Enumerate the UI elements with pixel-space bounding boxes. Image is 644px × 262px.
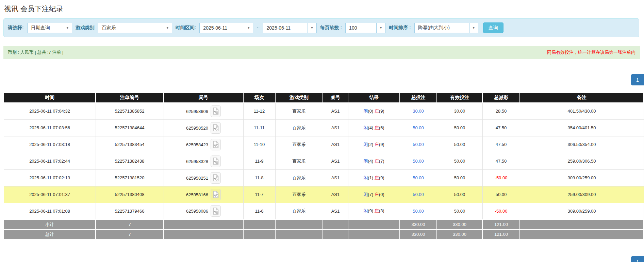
column-header: 备注 — [520, 93, 644, 103]
cell-table-id: AS1 — [323, 169, 348, 186]
video-file-icon[interactable] — [211, 189, 221, 200]
cell-game-type: 百家乐 — [275, 153, 323, 169]
video-file-icon[interactable] — [211, 205, 221, 217]
column-header: 总派彩 — [482, 93, 520, 103]
table-row: 2025-06-11 07:02:44522571382438625958328… — [4, 153, 644, 169]
result-banker-label: 庄 — [375, 109, 379, 114]
round-id-text: 625958166 — [186, 192, 208, 197]
cell-remark: 259.00/306.50 — [520, 153, 644, 169]
total-row-payout: 121.00 — [482, 229, 520, 239]
page-size-label: 每页笔数 : — [320, 25, 342, 31]
result-player-score: (2) — [368, 142, 373, 147]
pagination-page-button[interactable]: 1 — [631, 256, 644, 262]
cell-bet-id: 522571380408 — [96, 186, 164, 203]
result-banker-label: 庄 — [375, 208, 379, 213]
cell-payout: 47.50 — [482, 136, 520, 153]
cell-payout: -50.00 — [482, 169, 520, 186]
cell-table-id: AS1 — [323, 186, 348, 203]
cell-round-id: 625958423 — [164, 136, 243, 153]
cell-session: 11-6 — [243, 203, 275, 219]
round-id-text: 625958086 — [186, 209, 208, 214]
video-file-icon[interactable] — [211, 105, 221, 117]
date-to-select[interactable]: 2025-06-11 ▾ — [263, 23, 317, 33]
cell-time: 2025-06-11 07:02:44 — [4, 153, 96, 169]
result-player-score: (7) — [368, 192, 373, 197]
total-row-empty-cell — [520, 229, 644, 239]
total-row-empty-cell — [348, 229, 400, 239]
video-file-icon[interactable] — [211, 122, 221, 134]
range-separator: ~ — [257, 25, 259, 31]
total-bet-link[interactable]: 50.00 — [413, 142, 424, 147]
total-bet-link[interactable]: 30.00 — [413, 109, 424, 114]
subtotal-row-empty-cell — [520, 219, 644, 229]
cell-result: 闲(0) 庄(9) — [348, 103, 400, 119]
cell-valid-bet: 50.00 — [437, 203, 482, 219]
round-id-text: 625958606 — [186, 109, 208, 114]
cell-round-id: 625958328 — [164, 153, 243, 169]
cell-total-bet: 50.00 — [400, 119, 437, 136]
total-bet-link[interactable]: 50.00 — [413, 192, 424, 197]
column-header: 游戏类别 — [275, 93, 323, 103]
cell-remark: 309.00/259.00 — [520, 169, 644, 186]
cell-valid-bet: 50.00 — [437, 169, 482, 186]
sort-select[interactable]: 降幂(由大到小) ▾ — [414, 23, 478, 33]
cell-time: 2025-06-11 07:03:18 — [4, 136, 96, 153]
round-id-text: 625958251 — [186, 175, 208, 180]
summary-bar: 币别 : 人民币 | 总共 :7 注单 | 同局有效投注，统一计算在该局第一张注… — [3, 46, 640, 59]
video-file-icon[interactable] — [211, 139, 221, 150]
cell-total-bet: 50.00 — [400, 203, 437, 219]
total-bet-link[interactable]: 50.00 — [413, 159, 424, 164]
search-button[interactable]: 查询 — [483, 22, 503, 33]
cell-total-bet: 50.00 — [400, 136, 437, 153]
cell-game-type: 百家乐 — [275, 169, 323, 186]
cell-valid-bet: 50.00 — [437, 119, 482, 136]
game-type-label: 游戏类别 — [76, 25, 95, 31]
cell-payout: -50.00 — [482, 203, 520, 219]
query-type-select[interactable]: 日期查询 ▾ — [27, 23, 72, 33]
cell-result: 闲(4) 庄(7) — [348, 153, 400, 169]
cell-table-id: AS1 — [323, 153, 348, 169]
cell-session: 11-7 — [243, 186, 275, 203]
filter-panel: 请选择: 日期查询 ▾ 游戏类别 百家乐 ▾ 时间区间: 2025-06-11 … — [3, 18, 639, 37]
cell-round-id: 625958606 — [164, 103, 243, 119]
subtotal-row-empty-cell — [164, 219, 243, 229]
betting-records-table: 时间注单编号局号场次游戏类别桌号结果总投注有效投注总派彩备注 2025-06-1… — [3, 92, 644, 240]
query-type-select-value: 日期查询 — [28, 23, 63, 33]
cell-session: 11-12 — [243, 103, 275, 119]
cell-table-id: AS1 — [323, 136, 348, 153]
column-header: 时间 — [4, 93, 96, 103]
result-banker-score: (6) — [379, 125, 384, 130]
result-player-label: 闲 — [363, 125, 368, 130]
cell-remark: 306.50/354.00 — [520, 136, 644, 153]
pagination-page-button[interactable]: 1 — [631, 74, 644, 85]
chevron-down-icon: ▾ — [63, 23, 72, 33]
cell-valid-bet: 50.00 — [437, 186, 482, 203]
total-bet-link[interactable]: 50.00 — [413, 175, 424, 180]
total-bet-link[interactable]: 50.00 — [413, 125, 424, 130]
table-row: 2025-06-11 07:04:32522571385852625958606… — [4, 103, 644, 119]
page-size-select[interactable]: 100 ▾ — [345, 23, 385, 33]
result-banker-label: 庄 — [375, 192, 379, 197]
column-header: 结果 — [348, 93, 400, 103]
cell-bet-id: 522571383454 — [96, 136, 164, 153]
cell-valid-bet: 50.00 — [437, 153, 482, 169]
video-file-icon[interactable] — [211, 155, 221, 167]
game-type-select[interactable]: 百家乐 ▾ — [98, 23, 172, 33]
cell-bet-id: 522571385852 — [96, 103, 164, 119]
total-bet-link[interactable]: 50.00 — [413, 209, 424, 214]
cell-payout: 47.50 — [482, 153, 520, 169]
video-file-icon[interactable] — [211, 172, 221, 184]
cell-payout: 47.50 — [482, 119, 520, 136]
sort-select-value: 降幂(由大到小) — [415, 23, 469, 33]
cell-round-id: 625958520 — [164, 119, 243, 136]
cell-valid-bet: 50.00 — [437, 136, 482, 153]
cell-bet-id: 522571379466 — [96, 203, 164, 219]
column-header: 有效投注 — [437, 93, 482, 103]
date-from-select[interactable]: 2025-06-11 ▾ — [199, 23, 253, 33]
cell-time: 2025-06-11 07:03:56 — [4, 119, 96, 136]
cell-result: 闲(1) 庄(9) — [348, 169, 400, 186]
cell-total-bet: 30.00 — [400, 103, 437, 119]
result-banker-label: 庄 — [375, 175, 379, 180]
column-header: 局号 — [164, 93, 243, 103]
result-banker-score: (0) — [379, 192, 384, 197]
